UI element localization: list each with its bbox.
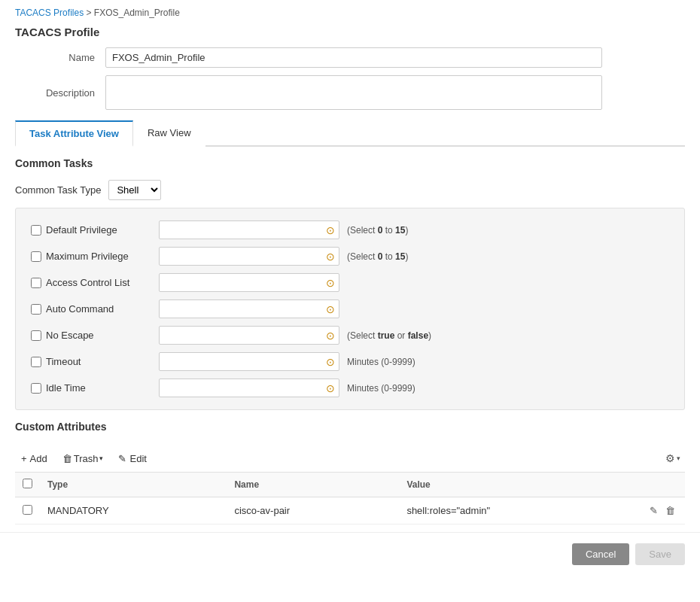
add-icon: + <box>21 453 27 464</box>
footer-bar: Cancel Save <box>0 532 700 576</box>
idle-time-select-wrapper: ⊙ <box>159 379 339 397</box>
select-all-checkbox[interactable] <box>23 479 32 488</box>
add-button[interactable]: + Add <box>15 450 53 467</box>
default-privilege-hint: (Select 0 to 15) <box>347 225 408 236</box>
col-header-check <box>15 473 40 497</box>
description-input[interactable] <box>105 75 602 110</box>
tabs-container: Task Attribute View Raw View <box>15 120 685 147</box>
custom-attributes-title: Custom Attributes <box>15 421 685 433</box>
edit-label: Edit <box>129 453 146 464</box>
no-escape-select-wrapper: ⊙ <box>159 326 339 345</box>
custom-attributes-section: Custom Attributes + Add 🗑 Trash ▾ ✎ Edit… <box>0 410 700 524</box>
acl-label: Access Control List <box>46 277 159 288</box>
auto-command-select-wrapper: ⊙ <box>159 299 339 318</box>
no-escape-hint: (Select true or false) <box>347 330 431 341</box>
idle-time-label: Idle Time <box>46 382 159 394</box>
edit-icon: ✎ <box>118 453 126 464</box>
name-row: Name <box>15 47 685 68</box>
checkbox-default-privilege[interactable] <box>31 225 41 236</box>
checkbox-no-escape[interactable] <box>31 330 41 341</box>
checkbox-idle-time[interactable] <box>31 383 41 394</box>
option-row-timeout: Timeout ⊙ Minutes (0-9999) <box>31 352 669 371</box>
breadcrumb-separator: > <box>84 8 94 18</box>
edit-button[interactable]: ✎ Edit <box>112 450 152 467</box>
no-escape-select[interactable] <box>159 326 339 345</box>
maximum-privilege-select[interactable] <box>159 247 339 266</box>
row-edit-button[interactable]: ✎ <box>647 503 660 518</box>
row-actions-cell: ✎ 🗑 <box>640 497 685 524</box>
col-header-type: Type <box>40 473 227 497</box>
gear-icon: ⚙ <box>665 452 675 464</box>
tab-raw-view[interactable]: Raw View <box>133 120 205 147</box>
tab-task-attribute-view[interactable]: Task Attribute View <box>15 120 133 147</box>
checkbox-timeout[interactable] <box>31 357 41 367</box>
col-header-name: Name <box>227 473 399 497</box>
maximum-privilege-label: Maximum Privilege <box>46 251 159 262</box>
col-header-actions <box>640 473 685 497</box>
cancel-button[interactable]: Cancel <box>572 543 629 565</box>
name-input[interactable] <box>105 47 602 68</box>
table-toolbar: + Add 🗑 Trash ▾ ✎ Edit ⚙ ▾ <box>15 445 685 473</box>
idle-time-select[interactable] <box>159 379 339 397</box>
maximum-privilege-hint: (Select 0 to 15) <box>347 251 408 262</box>
timeout-hint: Minutes (0-9999) <box>347 357 415 367</box>
breadcrumb-link[interactable]: TACACS Profiles <box>15 8 84 18</box>
row-value: shell:roles="admin" <box>399 497 640 524</box>
row-delete-button[interactable]: 🗑 <box>663 503 677 518</box>
description-label: Description <box>15 87 105 99</box>
save-button[interactable]: Save <box>635 543 685 565</box>
table-header-row: Type Name Value <box>15 473 685 497</box>
row-type: MANDATORY <box>40 497 227 524</box>
checkbox-acl[interactable] <box>31 278 41 288</box>
common-task-type-label: Common Task Type <box>15 184 101 196</box>
option-row-maximum-privilege: Maximum Privilege ⊙ (Select 0 to 15) <box>31 247 669 266</box>
default-privilege-label: Default Privilege <box>46 224 159 236</box>
no-escape-label: No Escape <box>46 330 159 341</box>
name-label: Name <box>15 52 105 63</box>
description-row: Description <box>15 75 685 110</box>
gear-caret-icon: ▾ <box>677 455 680 462</box>
maximum-privilege-select-wrapper: ⊙ <box>159 247 339 266</box>
task-options-box: Default Privilege ⊙ (Select 0 to 15) Max… <box>15 208 685 410</box>
row-name: cisco-av-pair <box>227 497 399 524</box>
timeout-label: Timeout <box>46 356 159 367</box>
common-task-type-select[interactable]: Shell PPP ARAP SLIP <box>108 180 161 200</box>
trash-button[interactable]: 🗑 Trash ▾ <box>56 450 110 467</box>
option-row-default-privilege: Default Privilege ⊙ (Select 0 to 15) <box>31 220 669 239</box>
option-row-auto-command: Auto Command ⊙ <box>31 299 669 318</box>
default-privilege-select-wrapper: ⊙ <box>159 220 339 239</box>
auto-command-select[interactable] <box>159 299 339 318</box>
add-label: Add <box>30 453 47 464</box>
custom-attributes-table: Type Name Value MANDATORY cisco-av-pair … <box>15 473 685 524</box>
gear-button[interactable]: ⚙ ▾ <box>661 449 685 467</box>
col-header-value: Value <box>399 473 640 497</box>
timeout-select-wrapper: ⊙ <box>159 352 339 371</box>
trash-icon: 🗑 <box>62 453 72 464</box>
breadcrumb: TACACS Profiles > FXOS_Admin_Profile <box>0 0 700 23</box>
timeout-select[interactable] <box>159 352 339 371</box>
auto-command-label: Auto Command <box>46 303 159 315</box>
row-checkbox[interactable] <box>23 505 32 515</box>
common-tasks-title: Common Tasks <box>0 147 700 175</box>
trash-label: Trash <box>74 453 99 464</box>
option-row-idle-time: Idle Time ⊙ Minutes (0-9999) <box>31 379 669 397</box>
breadcrumb-current: FXOS_Admin_Profile <box>94 8 180 18</box>
option-row-no-escape: No Escape ⊙ (Select true or false) <box>31 326 669 345</box>
option-row-acl: Access Control List ⊙ <box>31 273 669 292</box>
checkbox-maximum-privilege[interactable] <box>31 251 41 262</box>
acl-select[interactable] <box>159 273 339 292</box>
trash-caret-icon: ▾ <box>99 455 103 462</box>
table-row: MANDATORY cisco-av-pair shell:roles="adm… <box>15 497 685 524</box>
idle-time-hint: Minutes (0-9999) <box>347 383 415 394</box>
form-section: Name Description <box>0 47 700 110</box>
common-task-type-row: Common Task Type Shell PPP ARAP SLIP <box>0 175 700 208</box>
row-checkbox-cell <box>15 497 40 524</box>
acl-select-wrapper: ⊙ <box>159 273 339 292</box>
page-title: TACACS Profile <box>0 23 700 47</box>
checkbox-auto-command[interactable] <box>31 304 41 315</box>
default-privilege-select[interactable] <box>159 220 339 239</box>
